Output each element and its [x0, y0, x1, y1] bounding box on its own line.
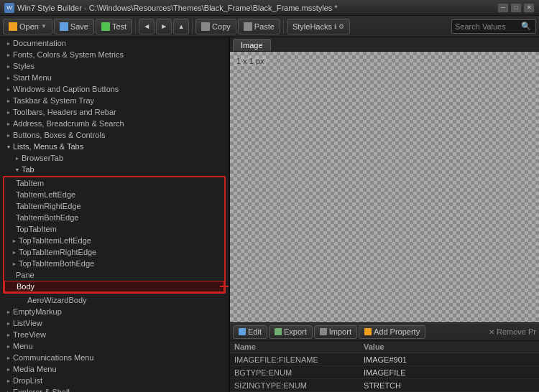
props-header-name: Name: [234, 342, 364, 351]
copy-button[interactable]: Copy: [195, 19, 236, 34]
remove-close-icon[interactable]: ✕: [489, 328, 494, 336]
tree-item-emptymarkup[interactable]: ► EmptyMarkup: [0, 306, 229, 317]
tree-label-emptymarkup: EmptyMarkup: [13, 307, 62, 316]
tree-arrow-listview: ►: [4, 319, 13, 327]
search-input[interactable]: [455, 22, 520, 31]
tree-container: ► Documentation ► Fonts, Colors & System…: [0, 37, 229, 392]
tree-label-tab: Tab: [22, 165, 34, 174]
tree-label-fonts: Fonts, Colors & System Metrics: [13, 50, 124, 59]
tree-label-treeview: TreeView: [13, 330, 46, 339]
prop-row-2[interactable]: SIZINGTYPE:ENUM STRETCH: [230, 379, 539, 392]
tree-label-styles: Styles: [13, 62, 34, 70]
tree-item-toptabitemleftedge[interactable]: ► TopTabItemLeftEdge: [4, 235, 224, 246]
tree-arrow-pane: [10, 271, 16, 279]
prop-value-0: IMAGE#901: [364, 355, 535, 364]
add-property-button[interactable]: Add Property: [359, 325, 425, 339]
tree-item-listview[interactable]: ► ListView: [0, 317, 229, 329]
tree-item-toptabitembothedge[interactable]: ► TopTabItemBothEdge: [4, 258, 224, 269]
tree-item-droplist[interactable]: ► DropList: [0, 375, 229, 386]
tree-label-tabitem: TabItem: [16, 179, 44, 187]
paste-button[interactable]: Paste: [238, 19, 280, 34]
up-button[interactable]: ▲: [173, 19, 189, 34]
tree-arrow-toptabitemrightedge: ►: [10, 248, 19, 256]
image-tab[interactable]: Image: [233, 39, 271, 51]
tree-item-media-menu[interactable]: ► Media Menu: [0, 363, 229, 375]
tree-label-explorer-shell: Explorer & Shell: [13, 388, 70, 392]
tree-item-body[interactable]: Body: [4, 281, 224, 292]
tree-item-communications-menu[interactable]: ► Communications Menu: [0, 352, 229, 363]
props-header-value: Value: [364, 342, 535, 351]
tree-item-documentation[interactable]: ► Documentation: [0, 37, 229, 49]
toolbar-separator-2: [192, 19, 193, 34]
tree-item-buttons[interactable]: ► Buttons, Boxes & Controls: [0, 129, 229, 141]
tree-item-address[interactable]: ► Address, Breadcrumb & Search: [0, 118, 229, 129]
tree-item-aerowizardbody[interactable]: AeroWizardBody: [0, 294, 229, 306]
tree-item-start-menu[interactable]: ► Start Menu: [0, 72, 229, 83]
save-button[interactable]: Save: [54, 19, 94, 34]
tree-item-taskbar[interactable]: ► Taskbar & System Tray: [0, 95, 229, 106]
test-button[interactable]: Test: [96, 19, 132, 34]
tree-arrow-lists: ▼: [4, 142, 13, 151]
tree-item-tabitembothedge[interactable]: TabItemBothEdge: [4, 212, 224, 223]
tree-item-browsertab[interactable]: ► BrowserTab: [0, 152, 229, 164]
edit-button[interactable]: Edit: [233, 325, 267, 339]
tree-item-toptabitem[interactable]: TopTabItem: [4, 223, 224, 235]
tree-item-tabitem[interactable]: TabItem: [4, 177, 224, 189]
tree-arrow-tab: ▼: [13, 165, 22, 174]
open-icon: [9, 22, 17, 31]
remove-property-area: ✕ Remove Pr: [489, 327, 536, 336]
tree-item-tabitemleftedge[interactable]: TabItemLeftEdge: [4, 189, 224, 200]
add-property-icon: [364, 328, 372, 335]
export-button[interactable]: Export: [269, 325, 313, 339]
stylehacks-button[interactable]: StyleHacks ℹ ⚙: [287, 19, 350, 34]
tree-label-taskbar: Taskbar & System Tray: [13, 96, 94, 105]
tree-label-pane: Pane: [16, 271, 34, 279]
tree-item-tabitemrightedge[interactable]: TabItemRightEdge: [4, 200, 224, 212]
tree-arrow-browsertab: ►: [13, 154, 22, 162]
tree-item-menu[interactable]: ► Menu: [0, 340, 229, 352]
tree-label-toolbars: Toolbars, Headers and Rebar: [13, 108, 116, 116]
tree-item-lists[interactable]: ▼ Lists, Menus & Tabs: [0, 141, 229, 152]
tree-item-fonts[interactable]: ► Fonts, Colors & System Metrics: [0, 49, 229, 60]
prop-row-0[interactable]: IMAGEFILE:FILENAME IMAGE#901: [230, 353, 539, 366]
tree-item-windows-caption[interactable]: ► Windows and Caption Buttons: [0, 83, 229, 95]
right-panel: Image 1 x 1 px Edit Export Import Add: [230, 37, 539, 392]
open-button[interactable]: Open ▼: [3, 19, 52, 34]
minimize-button[interactable]: ─: [497, 3, 509, 13]
tree-label-browsertab: BrowserTab: [22, 154, 63, 162]
tree-item-tab[interactable]: ▼ Tab: [0, 164, 229, 175]
tree-label-tabitemleftedge: TabItemLeftEdge: [16, 190, 75, 199]
window-controls: ─ □ ✕: [497, 3, 535, 13]
open-dropdown-arrow[interactable]: ▼: [41, 23, 47, 29]
tree-item-toptabitemrightedge[interactable]: ► TopTabItemRightEdge: [4, 246, 224, 258]
tree-arrow-windows-caption: ►: [4, 85, 13, 93]
back-button[interactable]: ◄: [139, 19, 155, 34]
tree-item-treeview[interactable]: ► TreeView: [0, 329, 229, 340]
red-arrow-indicator: [220, 281, 230, 291]
copy-icon: [201, 22, 210, 31]
import-button[interactable]: Import: [314, 325, 357, 339]
save-icon: [60, 22, 68, 31]
prop-row-1[interactable]: BGTYPE:ENUM IMAGEFILE: [230, 366, 539, 379]
maximize-button[interactable]: □: [510, 3, 522, 13]
tree-label-toptabitemrightedge: TopTabItemRightEdge: [19, 248, 96, 256]
tree-item-styles[interactable]: ► Styles: [0, 60, 229, 72]
tree-arrow-fonts: ►: [4, 50, 13, 59]
search-icon[interactable]: 🔍: [520, 22, 533, 31]
forward-button[interactable]: ►: [156, 19, 172, 34]
window-title: Win7 Style Builder - C:\Windows\Resource…: [17, 4, 338, 12]
tree-item-explorer-shell[interactable]: ► Explorer & Shell: [0, 386, 229, 392]
tree-arrow-menu: ►: [4, 342, 13, 350]
tree-arrow-aerowizardbody: [22, 296, 27, 304]
tree-arrow-treeview: ►: [4, 330, 13, 339]
image-size-label: 1 x 1 px: [234, 56, 267, 66]
title-bar: W Win7 Style Builder - C:\Windows\Resour…: [0, 0, 539, 16]
close-button[interactable]: ✕: [523, 3, 535, 13]
tree-item-toolbars[interactable]: ► Toolbars, Headers and Rebar: [0, 106, 229, 118]
import-icon: [320, 328, 327, 335]
tree-item-pane[interactable]: Pane: [4, 269, 224, 281]
tree-arrow-toptabitemleftedge: ►: [10, 236, 19, 245]
paste-icon: [244, 22, 252, 31]
test-icon: [101, 22, 110, 31]
tree-arrow-address: ►: [4, 119, 13, 128]
